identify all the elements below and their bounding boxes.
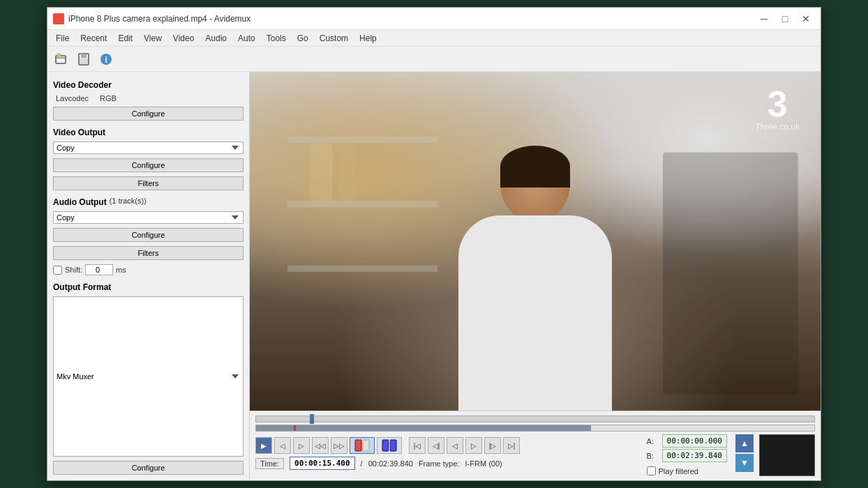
frame-type-value: I-FRM (00) [465,459,502,468]
video-output-title: Video Output [53,128,244,137]
svg-rect-13 [355,440,361,451]
go-end-button[interactable]: ▷| [503,437,520,454]
prev-cut-button[interactable]: ◁ [447,437,463,454]
total-time: 00:02:39.840 [368,459,413,468]
close-button[interactable]: ✕ [797,12,815,26]
output-format-select[interactable]: Mkv Muxer MP4 Muxer AVI Muxer TS Muxer [53,296,244,457]
menu-view[interactable]: View [138,32,167,45]
ab-b-row: B: 00:02:39.840 [647,449,727,462]
video-watermark: 3 Three.co.uk [756,86,800,132]
audio-configure-button[interactable]: Configure [53,228,244,242]
b-time: 00:02:39.840 [662,449,727,462]
prev-second-button[interactable]: ◁| [428,437,444,454]
decoder-row: Lavcodec RGB [53,94,244,102]
menu-recent[interactable]: Recent [75,32,112,45]
watermark-url: Three.co.uk [756,122,800,132]
next-keyframe-button[interactable]: ▷▷ [331,437,347,454]
segment-a-button[interactable] [350,437,375,454]
svg-rect-12 [663,153,798,395]
video-output-configure-button[interactable]: Configure [53,158,244,172]
audio-output-select[interactable]: Copy MP3 AAC AC3 [53,211,244,224]
audio-filters-button[interactable]: Filters [53,246,244,260]
minimize-button[interactable]: ─ [755,12,773,26]
menu-go[interactable]: Go [292,32,314,45]
current-time: 00:00:15.400 [290,457,354,470]
svg-rect-9 [287,266,437,272]
prev-keyframe-button[interactable]: ◁◁ [312,437,329,454]
toolbar: i [47,47,821,72]
menu-auto[interactable]: Auto [232,32,261,45]
main-content: Video Decoder Lavcodec RGB Configure Vid… [47,72,821,480]
controls-left: ▶ ◁ ▷ ◁◁ ▷▷ [255,434,636,470]
prev-frame-button[interactable]: ◁ [274,437,291,454]
shift-checkbox[interactable] [53,266,62,275]
next-frame-button[interactable]: ▷ [293,437,310,454]
window-title: iPhone 8 Plus camera explained.mp4 - Avi… [68,14,755,24]
menu-custom[interactable]: Custom [314,32,354,45]
info-button[interactable]: i [96,49,116,69]
b-label: B: [647,452,658,460]
shift-row: Shift: ms [53,264,244,275]
svg-rect-0 [56,56,66,63]
time-label: Time: [255,458,284,469]
menu-bar: File Recent Edit View Video Audio Auto T… [47,30,821,47]
play-button[interactable]: ▶ [255,437,272,454]
menu-audio[interactable]: Audio [200,32,232,45]
segment-ab-button[interactable] [377,437,402,454]
play-filtered-label: Play filtered [659,467,698,475]
video-output-filters-button[interactable]: Filters [53,176,244,190]
right-controls: A: 00:00:00.000 B: 00:02:39.840 Play fil… [641,434,727,475]
region-timeline[interactable] [255,425,815,432]
next-cut-button[interactable]: ▷ [465,437,482,454]
controls-area: ▶ ◁ ▷ ◁◁ ▷▷ [250,411,821,480]
vol-track [256,425,319,431]
open-file-button[interactable] [52,49,71,69]
frame-type-label: Frame type: [419,459,460,468]
timeline-section [255,415,815,432]
menu-edit[interactable]: Edit [112,32,138,45]
video-output-select[interactable]: Copy Mpeg4 ASP (Xvid4) H.264 (x264) H.26… [53,142,244,154]
audio-output-title: Audio Output [53,197,107,207]
svg-rect-10 [310,143,332,201]
go-start-button[interactable]: |◁ [409,437,426,454]
svg-rect-3 [81,54,87,58]
svg-rect-11 [340,143,355,201]
svg-rect-4 [80,59,87,63]
decoder-colorspace-label: RGB [100,94,117,102]
play-filtered-checkbox[interactable] [647,466,656,475]
nav-up-button[interactable]: ▲ [735,434,754,452]
video-decoder-title: Video Decoder [53,80,244,90]
shift-label: Shift: [65,266,82,274]
output-configure-button[interactable]: Configure [53,461,244,475]
menu-help[interactable]: Help [354,32,382,45]
timeline-thumb [310,414,314,424]
audio-output-select-row: Copy MP3 AAC AC3 [53,211,244,224]
save-button[interactable] [74,49,93,69]
next-second-button[interactable]: |▷ [484,437,501,454]
a-label: A: [647,437,658,445]
playback-controls: ▶ ◁ ▷ ◁◁ ▷▷ [255,437,636,454]
output-format-title: Output Format [53,282,244,292]
menu-file[interactable]: File [50,32,75,45]
ab-section: A: 00:00:00.000 B: 00:02:39.840 Play fil… [647,434,727,475]
mini-preview [759,434,815,476]
decoder-codec-label: Lavcodec [56,94,89,102]
video-decoder-configure-button[interactable]: Configure [53,107,244,121]
video-area: 3 Three.co.uk [250,72,821,480]
main-timeline[interactable] [255,415,815,422]
svg-text:i: i [105,55,107,65]
menu-tools[interactable]: Tools [261,32,292,45]
svg-rect-7 [287,137,437,143]
main-window: iPhone 8 Plus camera explained.mp4 - Avi… [47,7,821,481]
menu-video[interactable]: Video [167,32,200,45]
ab-a-row: A: 00:00:00.000 [647,434,727,448]
video-person [437,146,633,411]
window-controls: ─ □ ✕ [755,12,815,26]
nav-down-button[interactable]: ▼ [735,454,754,472]
vol-marker [294,425,296,431]
maximize-button[interactable]: □ [776,12,794,26]
status-row: Time: 00:00:15.400 / 00:02:39.840 Frame … [255,457,636,470]
shift-input[interactable] [85,264,113,275]
shift-unit: ms [116,266,126,274]
video-preview: 3 Three.co.uk [250,72,821,411]
